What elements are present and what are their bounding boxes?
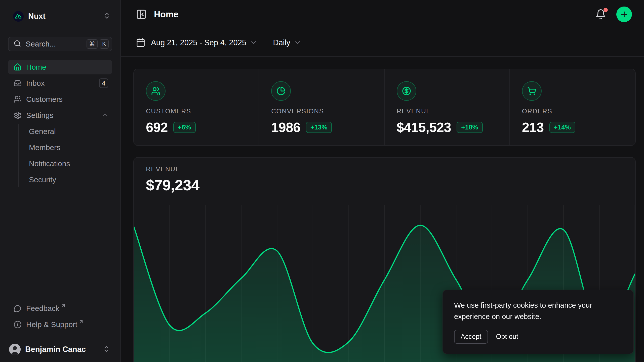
stat-card-revenue[interactable]: REVENUE $415,523 +18%	[385, 69, 510, 145]
avatar	[9, 344, 21, 355]
inbox-count-badge: 4	[99, 78, 108, 88]
sidebar-collapse-button[interactable]	[136, 9, 147, 20]
stats-row: CUSTOMERS 692 +6% CONVERSIONS 1986 +13%	[133, 69, 636, 146]
external-link-icon	[79, 319, 84, 325]
date-range-value: Aug 21, 2025 - Sep 4, 2025	[151, 38, 246, 47]
date-range-picker[interactable]: Aug 21, 2025 - Sep 4, 2025	[136, 38, 257, 48]
inbox-icon	[14, 79, 22, 87]
stat-label: REVENUE	[397, 107, 499, 115]
stat-value: $415,523	[397, 120, 451, 135]
sidebar-item-customers[interactable]: Customers	[8, 92, 112, 107]
revenue-panel-value: $79,234	[146, 176, 623, 194]
stat-delta-badge: +6%	[173, 122, 196, 133]
cookie-message: We use first-party cookies to enhance yo…	[454, 300, 622, 322]
chart-pie-icon	[271, 81, 291, 101]
notification-dot	[603, 8, 608, 12]
stat-value: 692	[146, 120, 168, 135]
external-link-icon	[61, 303, 66, 309]
sidebar-item-general[interactable]: General	[26, 124, 112, 139]
granularity-value: Daily	[273, 38, 290, 47]
stat-label: ORDERS	[522, 107, 625, 115]
cookie-accept-button[interactable]: Accept	[454, 330, 488, 344]
user-menu[interactable]: Benjamin Canac	[6, 341, 114, 357]
sidebar-item-label: Inbox	[26, 79, 99, 87]
calendar-icon	[136, 38, 145, 48]
stat-value: 1986	[271, 120, 300, 135]
revenue-panel-label: REVENUE	[146, 165, 623, 173]
stat-delta-badge: +14%	[549, 122, 575, 133]
add-button[interactable]	[616, 7, 632, 22]
stat-card-orders[interactable]: ORDERS 213 +14%	[510, 69, 635, 145]
sidebar: Nuxt Search... ⌘ K Home	[0, 0, 121, 362]
sidebar-footer-links: Feedback Help & Support	[8, 301, 112, 333]
search-icon	[14, 40, 21, 48]
cookie-optout-button[interactable]: Opt out	[494, 330, 520, 343]
shopping-cart-icon	[522, 81, 542, 101]
stat-delta-badge: +13%	[306, 122, 332, 133]
stat-value: 213	[522, 120, 544, 135]
gear-icon	[14, 111, 22, 119]
sidebar-item-label: Customers	[26, 95, 108, 104]
sidebar-item-notifications[interactable]: Notifications	[26, 156, 112, 171]
stat-label: CONVERSIONS	[271, 107, 374, 115]
chevrons-up-down-icon	[103, 345, 110, 354]
feedback-link[interactable]: Feedback	[8, 301, 112, 316]
stat-card-customers[interactable]: CUSTOMERS 692 +6%	[134, 69, 259, 145]
sidebar-item-label: Settings	[26, 111, 101, 120]
search-input[interactable]: Search... ⌘ K	[8, 37, 112, 51]
info-circle-icon	[14, 321, 22, 329]
sidebar-item-home[interactable]: Home	[8, 60, 112, 74]
page-title: Home	[154, 9, 595, 19]
help-support-label: Help & Support	[26, 320, 77, 329]
sidebar-item-security[interactable]: Security	[26, 172, 112, 187]
filters-toolbar: Aug 21, 2025 - Sep 4, 2025 Daily	[121, 29, 644, 57]
sidebar-spacer	[0, 189, 120, 301]
message-bubble-icon	[14, 304, 22, 312]
granularity-select[interactable]: Daily	[273, 38, 301, 47]
sidebar-item-label: Home	[26, 63, 108, 71]
stat-delta-badge: +18%	[457, 122, 482, 133]
nuxt-logo-icon	[13, 11, 24, 22]
chevron-down-icon	[250, 39, 257, 47]
search-placeholder: Search...	[26, 40, 85, 48]
user-name: Benjamin Canac	[25, 345, 103, 354]
home-icon	[14, 63, 22, 71]
user-section: Benjamin Canac	[0, 337, 120, 362]
chevron-up-icon	[101, 111, 108, 119]
settings-sub-list: General Members Notifications Security	[18, 124, 112, 187]
sidebar-item-settings[interactable]: Settings	[8, 108, 112, 123]
sidebar-item-members[interactable]: Members	[26, 140, 112, 155]
sidebar-item-inbox[interactable]: Inbox 4	[8, 76, 112, 90]
help-support-link[interactable]: Help & Support	[8, 317, 112, 332]
chevrons-up-down-icon	[103, 12, 111, 21]
chevron-down-icon	[294, 39, 301, 47]
page-header: Home	[121, 0, 644, 29]
circle-dollar-icon	[397, 81, 416, 101]
team-switcher[interactable]: Nuxt	[8, 9, 113, 24]
stat-label: CUSTOMERS	[146, 107, 249, 115]
brand-name: Nuxt	[28, 12, 103, 21]
feedback-label: Feedback	[26, 304, 59, 313]
stat-card-conversions[interactable]: CONVERSIONS 1986 +13%	[259, 69, 384, 145]
kbd-k: K	[100, 39, 109, 49]
users-icon	[14, 95, 22, 103]
sidebar-nav: Home Inbox 4 Customers Settings	[8, 60, 112, 189]
cookie-banner: We use first-party cookies to enhance yo…	[442, 290, 634, 354]
users-icon	[146, 81, 166, 101]
kbd-cmd: ⌘	[87, 39, 98, 49]
